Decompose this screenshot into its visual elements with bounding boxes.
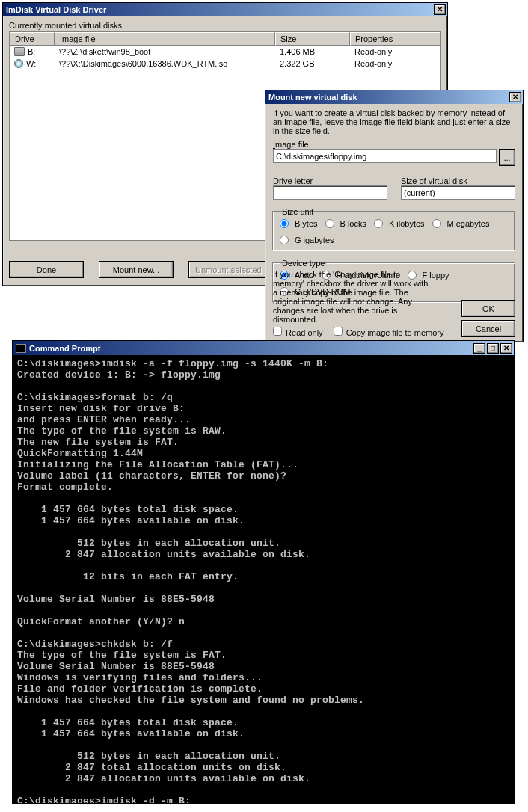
cell-size: 2.322 GB xyxy=(275,59,350,68)
imagefile-input[interactable] xyxy=(273,149,497,163)
close-icon[interactable]: ✕ xyxy=(434,4,446,15)
ok-button[interactable]: OK xyxy=(461,300,515,317)
sizeunit-legend: Size unit xyxy=(280,207,316,216)
imdisk-caption: Currently mounted virtual disks xyxy=(9,21,441,30)
command-prompt-window: Command Prompt _ □ ✕ C:\diskimages>imdis… xyxy=(12,340,515,804)
close-icon[interactable]: ✕ xyxy=(500,343,512,354)
sizeunit-megabytes[interactable]: Megabytes xyxy=(432,219,490,228)
table-row[interactable]: W: \??\X:\Diskimages\6000.16386.WDK_RTM.… xyxy=(10,58,440,70)
cmd-titlebar[interactable]: Command Prompt _ □ ✕ xyxy=(13,341,514,355)
mount-titlebar[interactable]: Mount new virtual disk ✕ xyxy=(265,90,523,104)
listview-header: Drive Image file Size Properties xyxy=(10,32,440,46)
sizeunit-group: Size unit BytesBlocksKilobytesMegabytesG… xyxy=(273,207,515,251)
imdisk-titlebar[interactable]: ImDisk Virtual Disk Driver ✕ xyxy=(3,3,447,16)
size-label: Size of virtual disk xyxy=(401,176,515,185)
devicetype-legend: Device type xyxy=(280,259,327,268)
col-properties[interactable]: Properties xyxy=(350,32,440,46)
col-size[interactable]: Size xyxy=(275,32,350,46)
cell-props: Read-only xyxy=(350,47,440,56)
sizeunit-bytes[interactable]: Bytes xyxy=(280,219,318,228)
cell-size: 1.406 MB xyxy=(275,47,350,56)
browse-button[interactable]: ... xyxy=(499,149,515,166)
cell-drive: B: xyxy=(28,47,35,56)
mount-intro-text: If you want to create a virtual disk bac… xyxy=(273,108,515,135)
mount-title: Mount new virtual disk xyxy=(268,93,508,102)
minimize-icon[interactable]: _ xyxy=(473,343,485,354)
close-icon[interactable]: ✕ xyxy=(509,92,521,102)
cancel-button[interactable]: Cancel xyxy=(461,320,515,337)
maximize-icon[interactable]: □ xyxy=(487,343,499,354)
cell-imagefile: \??\X:\Diskimages\6000.16386.WDK_RTM.iso xyxy=(55,59,275,68)
driveletter-label: Drive letter xyxy=(273,176,387,185)
copy-info-text: If you check the 'Copy image file to mem… xyxy=(273,270,434,324)
cd-icon xyxy=(14,59,23,68)
sizeunit-gigabytes[interactable]: Gigabytes xyxy=(280,236,334,244)
table-row[interactable]: B: \??\Z:\diskett\win98_boot 1.406 MB Re… xyxy=(10,46,440,58)
mount-dialog: Mount new virtual disk ✕ If you want to … xyxy=(265,90,524,342)
cmd-output[interactable]: C:\diskimages>imdisk -a -f floppy.img -s… xyxy=(13,355,514,803)
cell-drive: W: xyxy=(26,59,36,68)
cell-imagefile: \??\Z:\diskett\win98_boot xyxy=(55,47,275,56)
unmount-button: Unmount selected xyxy=(188,261,268,278)
copymem-checkbox[interactable]: Copy image file to memory xyxy=(334,327,444,337)
driveletter-input[interactable] xyxy=(273,185,387,200)
cmd-title: Command Prompt xyxy=(29,344,472,353)
col-drive[interactable]: Drive xyxy=(10,32,55,46)
disk-icon xyxy=(14,47,25,56)
sizeunit-blocks[interactable]: Blocks xyxy=(325,219,366,228)
col-imagefile[interactable]: Image file xyxy=(55,32,275,46)
imdisk-title: ImDisk Virtual Disk Driver xyxy=(6,5,432,14)
sizeunit-kilobytes[interactable]: Kilobytes xyxy=(374,219,425,228)
cell-props: Read-only xyxy=(350,59,440,68)
mount-new-button[interactable]: Mount new... xyxy=(99,261,174,278)
done-button[interactable]: Done xyxy=(9,261,84,278)
size-input[interactable] xyxy=(401,185,515,200)
readonly-checkbox[interactable]: Read only xyxy=(273,327,323,337)
cmd-icon xyxy=(16,344,26,353)
imagefile-label: Image file xyxy=(273,140,515,149)
